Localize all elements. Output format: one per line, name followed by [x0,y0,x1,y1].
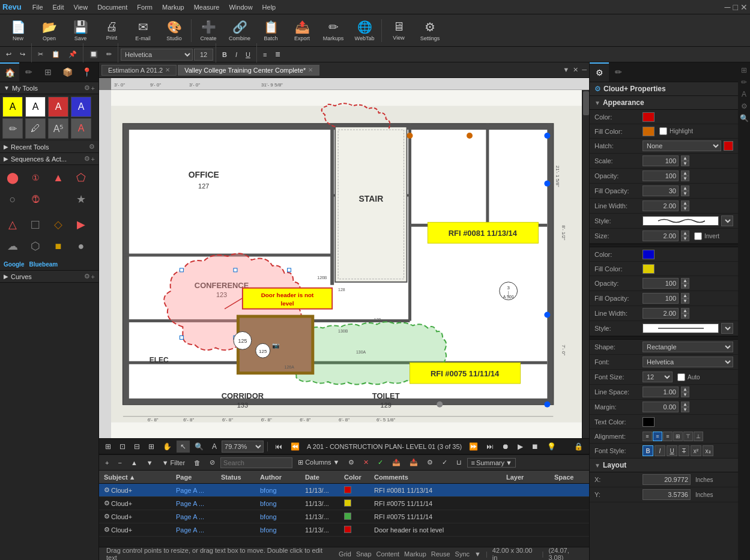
size-down-btn[interactable]: ▼ [681,236,689,241]
font-select-prop[interactable]: Helvetica [643,357,733,367]
menu-edit[interactable]: Edit [48,2,69,12]
opacity2-up-btn[interactable]: ▲ [681,278,689,283]
nav-first-btn[interactable]: ⏮ [271,441,286,453]
fill-opacity2-spinner[interactable]: ▲ ▼ [681,293,689,304]
fill-opacity-up-btn[interactable]: ▲ [681,185,689,191]
menu-file[interactable]: File [28,2,48,12]
paste-button[interactable]: 📌 [65,49,80,60]
doc-tab-2[interactable]: Valley College Training Center Complete*… [178,65,319,76]
export-btn[interactable]: 📤 [389,457,404,468]
sync-indicator[interactable]: Sync [455,550,470,558]
nav-grid-btn[interactable]: ⊞ [145,441,158,453]
settings-col-btn[interactable]: ⚙ [345,457,358,468]
triangle-tool[interactable]: ▲ [48,167,68,188]
fill-opacity-down-btn[interactable]: ▼ [681,191,689,196]
tab-minimize-icon[interactable]: ─ [582,66,587,74]
font-select[interactable]: Helvetica [121,49,193,61]
undo-button[interactable]: ↩ [2,49,15,60]
align-right-button[interactable]: ≣ [271,49,284,60]
nav-last-btn[interactable]: ⏭ [483,441,497,453]
nav-record-btn[interactable]: ⏺ [498,441,513,453]
rpt-markup[interactable]: ✏ [609,62,628,82]
save-button[interactable]: 💾Save [65,16,96,45]
columns-btn[interactable]: ⊞ Columns ▼ [294,457,343,468]
doc-tab-1[interactable]: Estimation A 201.2 ✕ [101,65,177,76]
pencil-button[interactable]: ✏ [103,49,115,60]
combine-button[interactable]: 🔗Combine [224,16,255,45]
superscript-style-btn[interactable]: x² [691,445,701,456]
opacity2-down-btn[interactable]: ▼ [681,283,689,289]
markups-button[interactable]: ✏Markups [318,16,349,45]
font-size-input[interactable] [194,49,213,61]
opacity-up-btn[interactable]: ▲ [681,170,689,176]
tool-blue[interactable]: A [71,97,91,117]
redo-button[interactable]: ↪ [16,49,29,60]
hatch-color-swatch[interactable] [724,141,733,151]
left-tab-grid[interactable]: ⊞ [38,62,58,82]
text-color-swatch[interactable] [643,417,655,427]
margin-spinner[interactable]: ▲ ▼ [681,402,689,412]
highlight-checkbox[interactable] [659,127,667,135]
tool-text[interactable]: A [71,118,91,139]
opacity-down-btn[interactable]: ▼ [681,176,689,181]
check-btn[interactable]: ✓ [438,457,451,468]
line-space-up-btn[interactable]: ▲ [681,387,689,392]
my-tools-add-icon[interactable]: + [91,85,95,92]
side-icon-4[interactable]: ⚙ [739,101,749,112]
align-center-btn[interactable]: ≡ [653,432,662,441]
line-width2-input[interactable] [643,308,679,319]
menu-view[interactable]: View [69,2,93,12]
nav-pan-btn[interactable]: ✋ [159,441,175,453]
minimize-icon[interactable]: ─ [725,2,731,12]
y-coord-input[interactable] [643,489,691,500]
col-space[interactable]: Space [552,474,589,481]
tool-pencil[interactable]: ✏ [2,118,23,139]
fill-opacity-input[interactable] [643,185,679,196]
recent-tools-header[interactable]: ▶ Recent Tools ⚙ [0,141,98,153]
line-space-spinner[interactable]: ▲ ▼ [681,387,689,397]
fill-opacity2-up-btn[interactable]: ▲ [681,293,689,298]
clear-btn[interactable]: ⊘ [206,457,219,468]
move-down-btn[interactable]: ▼ [143,458,157,468]
webtab-button[interactable]: 🌐WebTab [349,16,380,45]
subscript-style-btn[interactable]: x₂ [703,445,713,456]
line-space-down-btn[interactable]: ▼ [681,392,689,397]
menu-document[interactable]: Document [92,2,132,12]
col-author[interactable]: Author [258,474,303,481]
align-left-button[interactable]: ≡ [259,49,270,60]
close-icon[interactable]: ✕ [740,2,748,12]
maximize-icon[interactable]: □ [733,2,738,12]
nav-text-btn[interactable]: A [208,441,220,453]
invert-checkbox[interactable] [694,232,702,240]
left-tab-pin[interactable]: 📍 [77,62,96,82]
opacity2-input[interactable] [643,278,679,289]
stamp-button[interactable]: 🔲 [86,49,101,60]
sync-dropdown-icon[interactable]: ▼ [474,550,481,558]
line-space-input[interactable] [643,387,679,397]
triangle-filled-tool[interactable]: ▶ [71,214,91,235]
num-circle-tool[interactable]: ⓵ [25,189,46,209]
remove-row-btn[interactable]: − [114,458,125,468]
scale-down-btn[interactable]: ▼ [681,161,689,166]
tool-yellow[interactable]: A [2,97,23,117]
view-button[interactable]: 🖥View [383,16,414,45]
align-left-btn[interactable]: ≡ [643,432,652,441]
merge-btn[interactable]: ⊔ [453,457,465,468]
col-color[interactable]: Color [342,474,372,481]
snap-indicator[interactable]: Snap [356,550,372,558]
menu-measure[interactable]: Measure [189,2,225,12]
italic-button[interactable]: I [232,49,241,60]
col-layer[interactable]: Layer [504,474,552,481]
sequences-gear-icon[interactable]: ⚙ [84,155,90,163]
style-select[interactable]: ▼ [721,215,733,226]
menu-window[interactable]: Window [224,2,257,12]
menu-form[interactable]: Form [132,2,157,12]
canvas-content[interactable]: OFFICE 127 OFFICE 128 CONFERENCE 123 COR… [111,90,589,438]
underline-style-btn[interactable]: U [667,445,677,456]
my-tools-header[interactable]: ▼ My Tools ⚙ + [0,82,98,94]
blank-tool[interactable] [48,189,68,209]
margin-input[interactable] [643,402,679,412]
line-width-spinner[interactable]: ▲ ▼ [681,200,689,211]
style2-select[interactable]: ▼ [721,323,733,334]
cancel-btn[interactable]: ✕ [360,457,372,468]
